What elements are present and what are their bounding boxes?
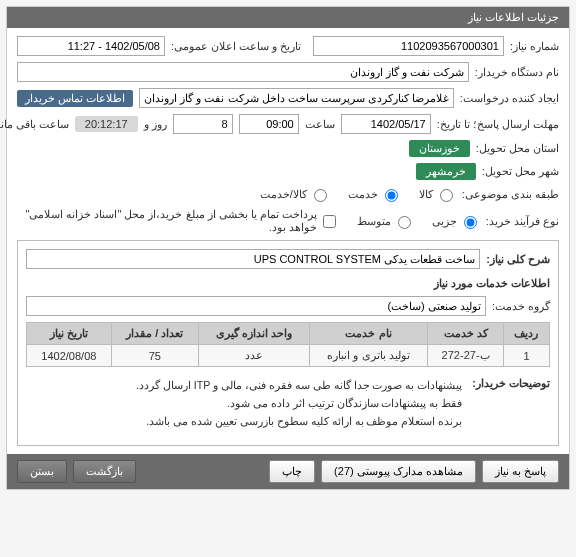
table-header-row: ردیف کد خدمت نام خدمت واحد اندازه گیری ت…	[27, 323, 550, 345]
buyer-notes-label: توضیحات خریدار:	[472, 377, 550, 390]
buyer-org-field[interactable]	[17, 62, 469, 82]
buyer-contact-button[interactable]: اطلاعات تماس خریدار	[17, 90, 133, 107]
print-button[interactable]: چاپ	[269, 460, 315, 483]
remaining-time-label: ساعت باقی مانده	[0, 118, 69, 131]
buyer-notes-text: پیشنهادات به صورت جدا گانه طی سه فقره فن…	[26, 377, 466, 431]
panel-title: جزئیات اطلاعات نیاز	[7, 7, 569, 28]
buyer-org-label: نام دستگاه خریدار:	[475, 66, 559, 79]
need-subject-label: شرح کلی نیاز:	[486, 253, 550, 266]
need-number-label: شماره نیاز:	[510, 40, 559, 53]
province-badge: خوزستان	[409, 140, 470, 157]
reply-button[interactable]: پاسخ به نیاز	[482, 460, 559, 483]
panel-body: شماره نیاز: تاریخ و ساعت اعلان عمومی: نا…	[7, 28, 569, 454]
buy-type-note: پرداخت تمام یا بخشی از مبلغ خرید،از محل …	[17, 208, 339, 234]
need-details-panel: جزئیات اطلاعات نیاز شماره نیاز: تاریخ و …	[6, 6, 570, 490]
buy-type-option-medium[interactable]: متوسط	[357, 213, 414, 229]
th-code: کد خدمت	[428, 323, 504, 345]
creator-label: ایجاد کننده درخواست:	[460, 92, 559, 105]
cell-date: 1402/08/08	[27, 345, 112, 367]
cell-code: ب-27-272	[428, 345, 504, 367]
city-badge: خرمشهر	[416, 163, 476, 180]
city-label: شهر محل تحویل:	[482, 165, 559, 178]
public-announce-label: تاریخ و ساعت اعلان عمومی:	[171, 40, 301, 53]
need-subject-field[interactable]	[26, 249, 480, 269]
buy-type-group: نوع فرآیند خرید: جزیی متوسط پرداخت تمام …	[17, 208, 559, 234]
th-idx: ردیف	[503, 323, 549, 345]
creator-field[interactable]	[139, 88, 454, 108]
close-button[interactable]: بستن	[17, 460, 67, 483]
deadline-days-field[interactable]	[173, 114, 233, 134]
cell-qty: 75	[111, 345, 198, 367]
remaining-time-badge: 20:12:17	[75, 116, 138, 132]
deadline-days-label: روز و	[144, 118, 167, 131]
services-table: ردیف کد خدمت نام خدمت واحد اندازه گیری ت…	[26, 322, 550, 367]
subject-cls-option-both[interactable]: کالا/خدمت	[260, 186, 330, 202]
deadline-time-field[interactable]	[239, 114, 299, 134]
deadline-date-field[interactable]	[341, 114, 431, 134]
buy-type-label: نوع فرآیند خرید:	[486, 215, 559, 228]
th-name: نام خدمت	[309, 323, 427, 345]
services-section-title: اطلاعات خدمات مورد نیاز	[26, 277, 550, 290]
details-inner-box: شرح کلی نیاز: اطلاعات خدمات مورد نیاز گر…	[17, 240, 559, 446]
footer-bar: پاسخ به نیاز مشاهده مدارک پیوستی (27) چا…	[7, 454, 569, 489]
attachments-button[interactable]: مشاهده مدارک پیوستی (27)	[321, 460, 476, 483]
th-qty: تعداد / مقدار	[111, 323, 198, 345]
th-date: تاریخ نیاز	[27, 323, 112, 345]
subject-classification-label: طبقه بندی موضوعی:	[462, 188, 559, 201]
buy-type-option-minor[interactable]: جزیی	[432, 213, 480, 229]
cell-unit: عدد	[198, 345, 309, 367]
cell-idx: 1	[503, 345, 549, 367]
deadline-time-label: ساعت	[305, 118, 335, 131]
province-label: استان محل تحویل:	[476, 142, 559, 155]
table-row[interactable]: 1 ب-27-272 تولید باتری و انباره عدد 75 1…	[27, 345, 550, 367]
service-group-field[interactable]	[26, 296, 486, 316]
th-unit: واحد اندازه گیری	[198, 323, 309, 345]
public-announce-field[interactable]	[17, 36, 165, 56]
subject-cls-option-goods[interactable]: کالا	[419, 186, 456, 202]
service-group-label: گروه خدمت:	[492, 300, 550, 313]
need-number-field[interactable]	[313, 36, 504, 56]
subject-cls-option-service[interactable]: خدمت	[348, 186, 401, 202]
cell-name: تولید باتری و انباره	[309, 345, 427, 367]
deadline-label: مهلت ارسال پاسخ؛ تا تاریخ:	[437, 118, 559, 131]
back-button[interactable]: بازگشت	[73, 460, 136, 483]
subject-classification-group: طبقه بندی موضوعی: کالا خدمت کالا/خدمت	[17, 186, 559, 202]
